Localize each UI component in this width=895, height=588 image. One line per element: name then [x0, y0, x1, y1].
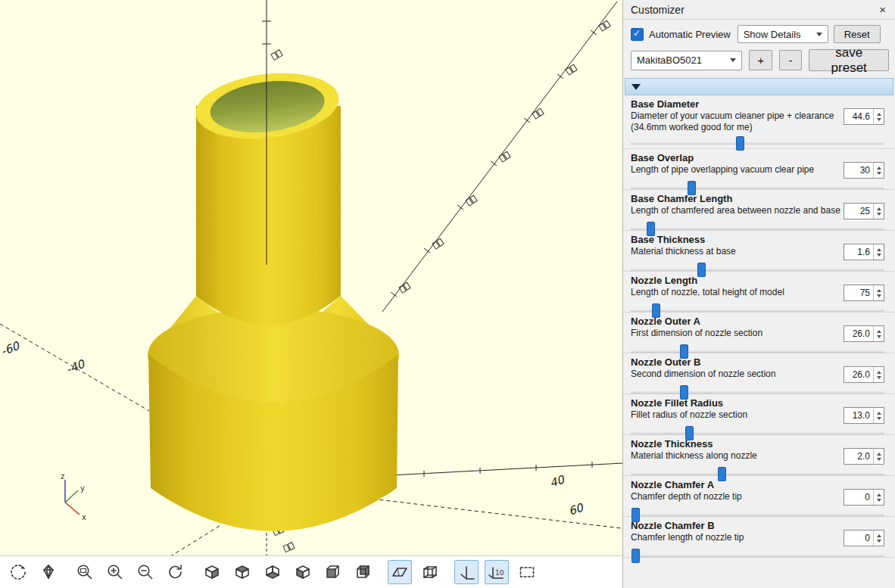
parameter-value: 30	[844, 163, 873, 178]
slider-groove	[631, 514, 884, 516]
parameter-description: Material thickness along nozzle	[631, 450, 757, 462]
parameter-group-header[interactable]	[625, 78, 893, 95]
axis-label-x-mid: 40	[548, 472, 567, 490]
slider-groove	[631, 142, 884, 145]
parameter-slider[interactable]	[631, 136, 884, 150]
zoom-in-icon[interactable]	[103, 560, 127, 584]
zoom-out-icon[interactable]	[133, 560, 157, 584]
orthogonal-view-icon[interactable]	[418, 560, 442, 584]
spinner-arrows-icon[interactable]	[873, 204, 884, 219]
parameter-description: Material thickness at base	[631, 246, 736, 258]
parameter-name: Base Thickness	[631, 234, 736, 246]
spinner-arrows-icon[interactable]	[873, 163, 884, 178]
reset-view-icon[interactable]	[164, 560, 188, 584]
parameter-row: Base Diameter Diameter of your vacuum cl…	[623, 95, 895, 149]
parameter-row: Nozzle Outer A First dimension of nozzle…	[623, 313, 895, 353]
parameter-value: 26.0	[844, 367, 873, 382]
automatic-preview-label: Automatic Preview	[649, 29, 731, 40]
view-left-icon[interactable]	[291, 560, 315, 584]
parameter-spinbox[interactable]: 25	[844, 203, 884, 219]
parameter-spinbox[interactable]: 26.0	[844, 325, 884, 342]
parameter-spinbox[interactable]: 26.0	[844, 366, 884, 383]
view-back-icon[interactable]	[351, 560, 376, 584]
slider-groove	[631, 187, 884, 189]
viewport-column: -60 -40 40 60 z y x 10	[0, 0, 622, 588]
parameter-list: Base Diameter Diameter of your vacuum cl…	[623, 95, 895, 588]
preview-controls-row: Automatic Preview Show Details Reset	[623, 20, 895, 45]
close-icon[interactable]: ×	[878, 3, 887, 16]
show-axes-icon[interactable]	[454, 560, 479, 584]
spinner-arrows-icon[interactable]	[873, 244, 884, 260]
axis-ruler-upper-right	[382, 2, 617, 312]
shaded-object-icon[interactable]	[36, 560, 61, 584]
parameter-spinbox[interactable]: 75	[844, 285, 884, 301]
parameter-spinbox[interactable]: 44.6	[844, 108, 884, 125]
parameter-spinbox[interactable]: 0	[844, 530, 884, 546]
parameter-name: Nozzle Chamfer B	[631, 520, 744, 532]
parameter-row: Base Chamfer Length Length of chamfered …	[623, 190, 895, 231]
parameter-spinbox[interactable]: 13.0	[844, 407, 884, 424]
automatic-preview-checkbox[interactable]	[631, 28, 644, 41]
reset-button[interactable]: Reset	[834, 25, 881, 43]
parameter-spinbox[interactable]: 0	[844, 489, 884, 506]
zoom-all-icon[interactable]	[73, 560, 97, 584]
parameter-row: Nozzle Length Length of nozzle, total he…	[623, 272, 895, 313]
parameter-value: 1.6	[844, 244, 873, 260]
show-scale-markers-icon[interactable]: 10	[485, 560, 509, 584]
parameter-row: Base Thickness Material thickness at bas…	[623, 231, 895, 272]
view-bottom-icon[interactable]	[260, 560, 285, 584]
spinner-arrows-icon[interactable]	[873, 449, 884, 464]
slider-groove	[631, 350, 884, 353]
diagonal-view-icon[interactable]	[388, 560, 412, 584]
slider-groove	[631, 391, 884, 394]
parameter-description: Diameter of your vacuum cleaner pipe + c…	[631, 110, 834, 134]
spinner-arrows-icon[interactable]	[873, 408, 884, 423]
svg-text:10: 10	[495, 569, 504, 577]
slider-groove	[631, 432, 884, 434]
parameter-spinbox[interactable]: 2.0	[844, 448, 884, 465]
add-preset-button[interactable]: +	[749, 50, 772, 70]
parameter-row: Base Overlap Length of pipe overlapping …	[623, 149, 895, 190]
view-right-icon[interactable]	[200, 560, 224, 584]
slider-groove	[631, 473, 884, 475]
save-preset-button[interactable]: save preset	[809, 49, 889, 71]
orbit-view-icon[interactable]	[6, 560, 30, 584]
chevron-down-icon	[730, 58, 736, 62]
triad-x-label: x	[82, 513, 86, 521]
preset-dropdown[interactable]: MakitaBO5021	[631, 51, 742, 70]
3d-viewport[interactable]: -60 -40 40 60 z y x	[0, 0, 622, 555]
parameter-value: 75	[844, 285, 873, 300]
axis-label-y-neg-far: -60	[0, 338, 23, 358]
view-front-icon[interactable]	[321, 560, 345, 584]
parameter-slider[interactable]	[631, 549, 884, 562]
spinner-arrows-icon[interactable]	[873, 530, 884, 546]
remove-preset-button[interactable]: -	[779, 50, 803, 70]
customizer-panel: Customizer × Automatic Preview Show Deta…	[622, 0, 895, 588]
slider-handle[interactable]	[631, 549, 640, 563]
slider-handle[interactable]	[736, 136, 744, 151]
details-dropdown[interactable]: Show Details	[738, 25, 828, 43]
view-top-icon[interactable]	[230, 560, 254, 584]
parameter-row: Nozzle Chamfer B Chamfer length of nozzl…	[623, 517, 895, 558]
panel-title: Customizer	[631, 4, 685, 16]
spinner-arrows-icon[interactable]	[873, 109, 884, 124]
parameter-name: Base Diameter	[631, 98, 834, 110]
slider-groove	[631, 555, 884, 557]
coordinate-triad: z y x	[61, 472, 86, 521]
spinner-arrows-icon[interactable]	[873, 326, 884, 341]
parameter-row: Nozzle Chamfer A Chamfer depth of nozzle…	[623, 476, 895, 517]
spinner-arrows-icon[interactable]	[873, 490, 884, 505]
parameter-name: Nozzle Thickness	[631, 438, 757, 450]
spinner-arrows-icon[interactable]	[873, 367, 884, 382]
chevron-down-icon	[816, 33, 822, 36]
parameter-spinbox[interactable]: 1.6	[844, 244, 884, 260]
parameter-name: Nozzle Chamfer A	[631, 479, 742, 491]
parameter-description: Length of chamfered area between nozzle …	[631, 205, 840, 217]
customizer-titlebar: Customizer ×	[623, 0, 895, 20]
parameter-spinbox[interactable]: 30	[844, 162, 884, 179]
parameter-value: 2.0	[844, 449, 873, 464]
parameter-row: Nozzle Fillet Radius Fillet radius of no…	[623, 394, 895, 435]
parameter-value: 26.0	[844, 326, 873, 341]
spinner-arrows-icon[interactable]	[873, 285, 884, 300]
measure-icon[interactable]	[515, 560, 539, 584]
